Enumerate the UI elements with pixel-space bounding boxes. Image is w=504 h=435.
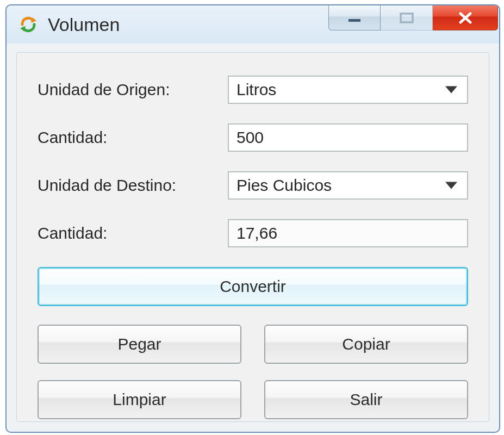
origin-unit-label: Unidad de Origen: [38,80,228,99]
minimize-button[interactable] [328,5,381,30]
convert-button[interactable]: Convertir [38,267,468,306]
action-buttons: Pegar Copiar Limpiar Salir [38,325,468,419]
maximize-button [381,5,433,30]
copy-button[interactable]: Copiar [264,325,468,364]
chevron-down-icon [445,182,457,189]
svg-rect-3 [401,14,413,22]
origin-unit-select[interactable]: Litros [228,76,468,104]
copy-button-label: Copiar [342,335,390,353]
dest-unit-select[interactable]: Pies Cubicos [228,171,468,200]
chevron-down-icon [445,86,457,94]
exit-button-label: Salir [350,390,382,409]
origin-qty-input[interactable]: 500 [228,123,468,152]
dest-unit-value: Pies Cubicos [237,176,332,195]
paste-button[interactable]: Pegar [38,325,241,364]
exit-button[interactable]: Salir [264,380,468,419]
paste-button-label: Pegar [117,335,161,353]
dest-unit-label: Unidad de Destino: [38,176,228,195]
refresh-icon [18,15,38,34]
convert-button-label: Convertir [220,277,286,296]
dest-qty-output: 17,66 [228,219,468,247]
origin-qty-label: Cantidad: [38,128,228,147]
origin-unit-value: Litros [237,80,276,99]
row-dest-unit: Unidad de Destino: Pies Cubicos [38,171,468,200]
svg-rect-2 [349,19,360,22]
dest-qty-value: 17,66 [237,224,277,243]
titlebar[interactable]: Volumen [7,5,499,44]
window-title: Volumen [48,14,120,35]
row-origin-qty: Cantidad: 500 [38,123,468,152]
row-dest-qty: Cantidad: 17,66 [38,219,468,247]
origin-qty-value: 500 [237,128,264,147]
app-window: Volumen Unidad de Origen: Litros [5,4,500,433]
window-controls [328,5,498,30]
close-button[interactable] [433,5,498,30]
clear-button-label: Limpiar [113,390,166,409]
clear-button[interactable]: Limpiar [38,380,241,419]
dest-qty-label: Cantidad: [38,224,228,243]
row-origin-unit: Unidad de Origen: Litros [38,76,468,104]
client-area: Unidad de Origen: Litros Cantidad: 500 U… [16,52,489,422]
